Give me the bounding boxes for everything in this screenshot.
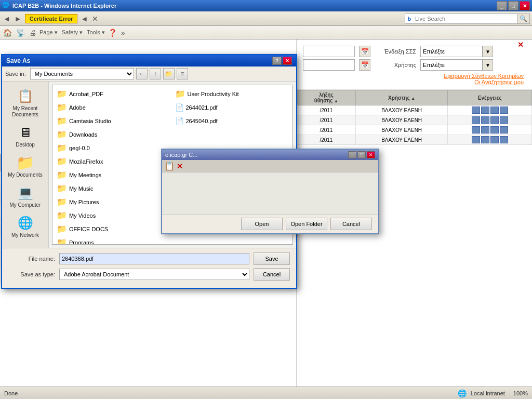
page-menu[interactable]: Page ▾ (39, 29, 58, 36)
list-item[interactable]: 📁 Camtasia Studio (55, 114, 172, 127)
nav-left-button[interactable]: ◄ (79, 15, 89, 23)
minimize-button[interactable]: _ (497, 1, 507, 10)
sidebar-item-documents-label: My Documents (8, 172, 43, 178)
file-name: Adobe (69, 104, 86, 111)
list-item[interactable]: 📁 OFFICE DOCS (55, 222, 172, 235)
feeds-button[interactable]: 📡 (15, 29, 26, 37)
extra-button[interactable]: » (120, 29, 126, 37)
small-dialog-min-button[interactable]: - (348, 151, 356, 158)
home-button[interactable]: 🏠 (2, 29, 13, 37)
file-name: Downloads (69, 131, 97, 138)
dialog-nav-view[interactable]: ≡ (177, 68, 188, 79)
small-dialog-close-button[interactable]: ✕ (367, 151, 375, 158)
tools-menu[interactable]: Tools ▾ (87, 29, 105, 36)
dialog-nav-back[interactable]: ← (136, 68, 148, 79)
sidebar-item-my-computer[interactable]: 💻 My Computer (2, 182, 48, 210)
folder-icon: 📁 (57, 129, 67, 139)
help-button[interactable]: ❓ (107, 29, 118, 37)
file-name: 2644021.pdf (186, 104, 218, 111)
list-item[interactable]: 📁 User Productivity Kit (173, 87, 291, 100)
save-dialog-close-button[interactable]: ✕ (283, 57, 292, 65)
save-dialog-footer: File name: Save Save as type: Adobe Acro… (2, 248, 296, 288)
open-folder-button[interactable]: Open Folder (286, 218, 327, 230)
list-item[interactable]: 📁 My Pictures (55, 195, 172, 208)
save-button[interactable]: Save (254, 252, 290, 265)
nav-right-button[interactable]: ✕ (91, 15, 99, 23)
list-item[interactable]: 📁 Downloads (55, 128, 172, 141)
folder-icon: 📁 (57, 183, 67, 193)
file-name: Acrobat_PDF (69, 91, 103, 97)
zone-label: Local intranet (471, 390, 505, 396)
open-button[interactable]: Open (241, 218, 283, 230)
folder-icon: 📁 (57, 224, 67, 234)
list-item[interactable]: 📄 2645040.pdf (173, 114, 291, 127)
dialog-nav-up[interactable]: ↑ (150, 68, 161, 79)
file-name: OFFICE DOCS (69, 226, 108, 232)
back-button[interactable]: ◄ (2, 15, 11, 23)
list-item[interactable]: 📁 My Videos (55, 209, 172, 222)
small-dialog-toolbar-icon-1[interactable]: 📋 (164, 161, 175, 171)
pdf-icon: 📄 (175, 103, 184, 112)
zoom-label: 100% (513, 390, 528, 396)
list-item[interactable]: 📁 MozilaFirefox (55, 155, 172, 168)
list-item[interactable]: 📁 gegl-0.0 (55, 141, 172, 154)
small-dialog-titlebar: e.icap.gr C... - □ ✕ (162, 150, 378, 160)
list-item[interactable]: 📁 Adobe (55, 101, 172, 114)
file-name: My Pictures (69, 199, 99, 205)
file-name: My Music (69, 185, 93, 192)
save-in-select[interactable]: My Documents (30, 68, 134, 79)
folder-icon: 📁 (175, 89, 185, 99)
save-dialog-window-controls: ? ✕ (272, 57, 292, 65)
file-name: Programs (69, 240, 94, 245)
sidebar-item-recent[interactable]: 📋 My RecentDocuments (2, 86, 48, 120)
forward-button[interactable]: ► (14, 15, 23, 23)
list-item[interactable]: 📁 My Meetings (55, 168, 172, 181)
sidebar-item-desktop[interactable]: 🖥 Desktop (2, 122, 48, 150)
small-dialog-title: e.icap.gr C... (165, 152, 348, 158)
file-name: 2645040.pdf (186, 118, 218, 124)
list-item[interactable]: 📄 2644021.pdf (173, 101, 291, 114)
small-dialog-max-button[interactable]: □ (357, 151, 366, 158)
folder-icon: 📁 (57, 116, 67, 126)
small-dialog-cancel-button[interactable]: Cancel (330, 218, 372, 230)
sidebar-item-my-network[interactable]: 🌐 My Network (2, 212, 48, 241)
ie-icon: 🌐 (2, 2, 10, 10)
dialog-overlay: Save As ? ✕ Save in: My Documents ← ↑ 📁 … (0, 39, 532, 387)
cert-error-badge: Certificate Error (25, 14, 78, 23)
cancel-button[interactable]: Cancel (254, 268, 290, 281)
search-engine-icon: b (405, 15, 413, 23)
search-input[interactable] (413, 15, 517, 23)
file-name: gegl-0.0 (69, 145, 90, 151)
folder-icon: 📁 (57, 197, 67, 207)
filetype-select[interactable]: Adobe Acrobat Document (59, 269, 249, 280)
ie-statusbar: Done 🌐 Local intranet 100% (0, 387, 532, 399)
folder-icon: 📁 (57, 102, 67, 112)
list-item[interactable] (173, 236, 291, 245)
recent-docs-icon: 📋 (16, 88, 35, 104)
list-item[interactable] (173, 128, 291, 141)
small-dialog-toolbar-icon-2[interactable]: ✕ (177, 162, 183, 170)
filename-input[interactable] (59, 253, 249, 264)
sidebar-item-network-label: My Network (11, 232, 39, 238)
safety-menu[interactable]: Safety ▾ (62, 29, 83, 36)
save-dialog-titlebar: Save As ? ✕ (2, 55, 296, 66)
filetype-label: Save as type: (8, 271, 55, 277)
list-item[interactable]: 📁 Programs (55, 236, 172, 245)
folder-icon: 📁 (57, 170, 67, 180)
save-dialog-help-button[interactable]: ? (272, 57, 282, 65)
save-dialog-title: Save As (6, 57, 272, 64)
sidebar-item-my-documents[interactable]: 📁 My Documents (2, 152, 48, 180)
filename-row: File name: Save (8, 252, 290, 265)
maximize-button[interactable]: □ (508, 1, 518, 10)
list-item[interactable]: 📁 My Music (55, 182, 172, 195)
small-dialog-toolbar: 📋 ✕ (162, 160, 378, 172)
search-button[interactable]: 🔍 (517, 14, 529, 23)
close-button[interactable]: ✕ (520, 1, 530, 10)
dialog-nav-new-folder[interactable]: 📁 (163, 68, 175, 79)
file-name: User Productivity Kit (188, 91, 239, 97)
intranet-icon: 🌐 (458, 389, 467, 397)
list-item[interactable]: 📁 Acrobat_PDF (55, 87, 172, 100)
search-bar: b 🔍 (405, 14, 530, 24)
print-button[interactable]: 🖨 (28, 29, 37, 37)
small-dialog-body (162, 172, 378, 214)
